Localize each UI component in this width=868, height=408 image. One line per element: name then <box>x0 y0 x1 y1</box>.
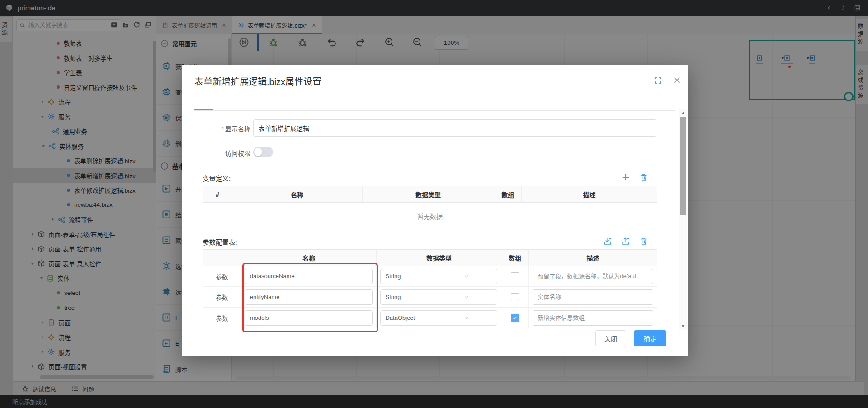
param-type-select[interactable]: DataObject <box>380 310 497 326</box>
param-name-input[interactable]: entityName <box>245 289 373 305</box>
param-kind: 参数 <box>203 287 241 307</box>
application-window: primeton-ide 资源 教师表教师表一对多学生学生表自定义窗口操作按钮及… <box>0 0 868 408</box>
variables-section-title: 变量定义: <box>203 173 231 183</box>
column-header: 名称 <box>241 250 377 266</box>
import-params-icon[interactable] <box>603 237 612 246</box>
column-header: 描述 <box>522 186 657 202</box>
param-type-select[interactable]: String <box>380 289 497 305</box>
param-name-input[interactable]: models <box>245 310 373 326</box>
column-header: 数组 <box>501 250 529 266</box>
dialog-active-tab-indicator <box>194 109 213 110</box>
param-array-checkbox[interactable] <box>511 272 519 280</box>
param-row: 参数datasourceNameString预留字段，数据源名称，默认为defa… <box>203 266 657 287</box>
display-name-label: *显示名称 <box>203 124 250 133</box>
params-actions <box>603 237 648 246</box>
param-name-input[interactable]: datasourceName <box>245 269 373 284</box>
column-header: # <box>203 186 232 202</box>
params-section-title: 参数配置表: <box>203 237 237 247</box>
dialog-tab-line <box>194 110 675 111</box>
add-variable-icon[interactable] <box>621 173 630 182</box>
delete-param-icon[interactable] <box>639 237 648 246</box>
close-button[interactable]: 关闭 <box>595 330 626 346</box>
chevron-down-icon <box>439 315 493 321</box>
column-header: 数组 <box>494 186 522 202</box>
dialog-scrollbar-thumb[interactable] <box>680 117 686 215</box>
param-type-select[interactable]: String <box>380 269 497 284</box>
param-array-checkbox[interactable] <box>511 314 519 322</box>
variables-actions <box>621 173 648 182</box>
column-header: 名称 <box>232 186 363 202</box>
chevron-down-icon <box>439 294 493 300</box>
param-row: 参数modelsDataObject新增实体信息数组 <box>203 308 657 328</box>
scroll-down-icon[interactable] <box>681 325 685 327</box>
scroll-up-icon[interactable] <box>681 112 685 114</box>
column-header: 描述 <box>529 250 657 266</box>
param-array-checkbox[interactable] <box>511 293 519 301</box>
params-table-header: 名称数据类型数组描述 <box>203 250 657 266</box>
params-table: 名称数据类型数组描述参数datasourceNameString预留字段，数据源… <box>203 249 657 328</box>
column-header <box>203 250 241 266</box>
access-toggle[interactable] <box>253 147 273 157</box>
param-desc-input[interactable]: 新增实体信息数组 <box>533 310 653 326</box>
properties-dialog: 表单新增扩展逻辑.bizx属性设置 *显示名称 访问权限 变量定义: #名称数据… <box>182 65 688 356</box>
empty-table-text: 暂无数据 <box>203 203 657 230</box>
variables-table: #名称数据类型数组描述暂无数据 <box>203 186 657 230</box>
chevron-down-icon <box>439 273 493 280</box>
required-star: * <box>222 125 224 133</box>
param-row: 参数entityNameString实体名称 <box>203 287 657 308</box>
fullscreen-icon[interactable] <box>654 76 662 85</box>
export-params-icon[interactable] <box>621 237 630 246</box>
param-kind: 参数 <box>203 308 241 328</box>
dialog-scrollbar <box>679 109 687 330</box>
param-kind: 参数 <box>203 266 241 286</box>
confirm-button[interactable]: 确定 <box>634 330 666 346</box>
close-icon[interactable] <box>672 76 682 85</box>
display-name-input[interactable] <box>253 119 656 137</box>
param-desc-input[interactable]: 实体名称 <box>533 289 653 305</box>
dialog-title: 表单新增扩展逻辑.bizx属性设置 <box>194 75 321 88</box>
access-label: 访问权限 <box>203 148 250 157</box>
column-header: 数据类型 <box>363 186 495 202</box>
variables-table-header: #名称数据类型数组描述 <box>203 186 657 203</box>
column-header: 数据类型 <box>377 250 501 266</box>
delete-variable-icon[interactable] <box>639 173 648 182</box>
param-desc-input[interactable]: 预留字段，数据源名称，默认为defaul <box>533 269 653 284</box>
